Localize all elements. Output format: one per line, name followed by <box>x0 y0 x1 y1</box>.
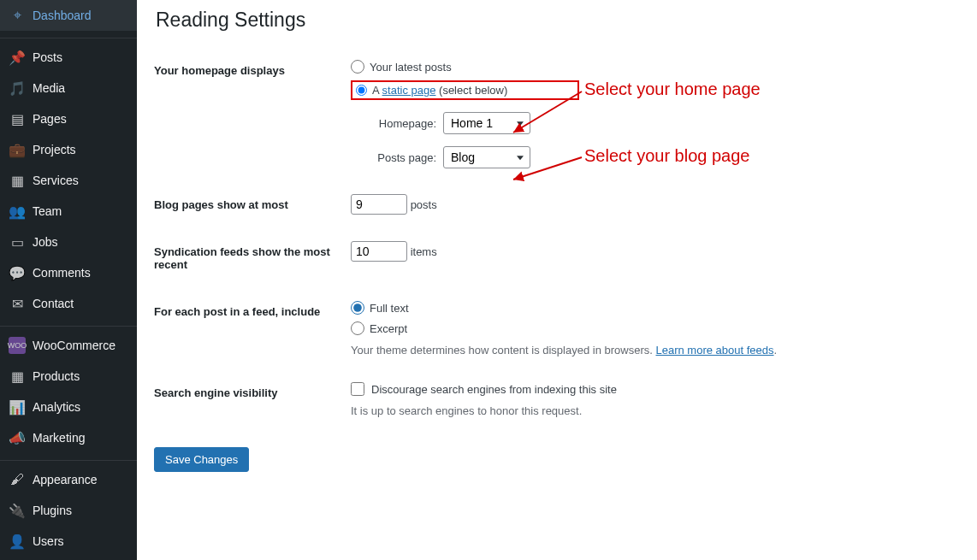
blog-pages-suffix: posts <box>411 198 437 211</box>
comments-icon: 💬 <box>9 264 26 281</box>
highlight-static-page: A static page (select below) <box>351 80 579 100</box>
media-icon: 🎵 <box>9 80 26 97</box>
briefcase-icon: 💼 <box>9 141 26 158</box>
sidebar-item-services[interactable]: ▦Services <box>0 165 137 196</box>
syndication-input[interactable] <box>351 241 407 262</box>
sidebar-item-products[interactable]: ▦Products <box>0 361 137 392</box>
sidebar-item-tools[interactable]: 🔧Tools <box>0 557 137 560</box>
page-title: Reading Settings <box>156 9 960 32</box>
sidebar-item-posts[interactable]: 📌Posts <box>0 42 137 73</box>
radio-static-page-label: A static page (select below) <box>372 84 507 97</box>
radio-static-page[interactable] <box>356 85 367 96</box>
static-page-link[interactable]: static page <box>382 84 436 97</box>
admin-sidebar: ⌖Dashboard 📌Posts 🎵Media ▤Pages 💼Project… <box>0 0 137 560</box>
sidebar-item-jobs[interactable]: ▭Jobs <box>0 227 137 257</box>
team-icon: 👥 <box>9 203 26 220</box>
sidebar-separator <box>0 457 137 461</box>
sidebar-item-marketing[interactable]: 📣Marketing <box>0 422 137 453</box>
sidebar-separator <box>0 322 137 327</box>
radio-excerpt[interactable] <box>351 321 364 335</box>
sidebar-item-comments[interactable]: 💬Comments <box>0 257 137 288</box>
radio-latest-posts-label: Your latest posts <box>370 61 452 74</box>
pin-icon: 📌 <box>9 49 26 66</box>
blog-pages-label: Blog pages show at most <box>154 181 342 228</box>
services-icon: ▦ <box>9 172 26 189</box>
option-full-text[interactable]: Full text <box>351 301 951 315</box>
sidebar-item-media[interactable]: 🎵Media <box>0 73 137 103</box>
search-visibility-label: Search engine visibility <box>154 369 342 430</box>
sidebar-item-contact[interactable]: ✉Contact <box>0 288 137 319</box>
contact-icon: ✉ <box>9 295 26 312</box>
sidebar-item-dashboard[interactable]: ⌖Dashboard <box>0 0 137 31</box>
dashboard-icon: ⌖ <box>9 7 26 24</box>
sidebar-item-analytics[interactable]: 📊Analytics <box>0 392 137 422</box>
radio-full-text-label: Full text <box>370 302 409 315</box>
sidebar-item-users[interactable]: 👤Users <box>0 526 137 557</box>
feed-include-label: For each post in a feed, include <box>154 288 342 369</box>
option-excerpt[interactable]: Excerpt <box>351 321 951 335</box>
analytics-icon: 📊 <box>9 398 26 416</box>
content-main: Reading Settings Your homepage displays … <box>137 0 977 560</box>
radio-full-text[interactable] <box>351 301 364 315</box>
sidebar-separator <box>0 34 137 38</box>
save-changes-button[interactable]: Save Changes <box>154 447 249 472</box>
blog-pages-input[interactable] <box>351 194 407 215</box>
homepage-select-label: Homepage: <box>366 117 436 130</box>
homepage-displays-label: Your homepage displays <box>154 47 342 181</box>
syndication-suffix: items <box>411 245 437 258</box>
homepage-select[interactable]: Home 1 <box>443 112 530 134</box>
learn-more-feeds-link[interactable]: Learn more about feeds <box>655 344 773 357</box>
plugins-icon: 🔌 <box>9 502 26 519</box>
radio-latest-posts[interactable] <box>351 60 364 74</box>
search-visibility-desc: It is up to search engines to honor this… <box>351 404 951 417</box>
feed-description: Your theme determines how content is dis… <box>351 344 951 357</box>
option-latest-posts[interactable]: Your latest posts <box>351 60 951 74</box>
annotation-blog: Select your blog page <box>584 146 749 166</box>
products-icon: ▦ <box>9 368 26 385</box>
discourage-checkbox[interactable] <box>351 382 364 396</box>
pages-icon: ▤ <box>9 110 26 127</box>
users-icon: 👤 <box>9 533 26 550</box>
postspage-select-label: Posts page: <box>366 151 436 164</box>
settings-form-table: Your homepage displays Your latest posts… <box>154 47 960 430</box>
annotation-home: Select your home page <box>584 80 761 99</box>
radio-excerpt-label: Excerpt <box>370 322 407 335</box>
postspage-select[interactable]: Blog <box>443 146 530 168</box>
discourage-checkbox-label: Discourage search engines from indexing … <box>371 383 617 396</box>
sidebar-item-projects[interactable]: 💼Projects <box>0 134 137 165</box>
marketing-icon: 📣 <box>9 429 26 446</box>
sidebar-item-pages[interactable]: ▤Pages <box>0 103 137 134</box>
syndication-label: Syndication feeds show the most recent <box>154 228 342 288</box>
woo-icon: WOO <box>9 337 26 354</box>
sidebar-item-plugins[interactable]: 🔌Plugins <box>0 495 137 526</box>
appearance-icon: 🖌 <box>9 471 26 488</box>
sidebar-item-woocommerce[interactable]: WOOWooCommerce <box>0 330 137 361</box>
jobs-icon: ▭ <box>9 233 26 251</box>
sidebar-item-team[interactable]: 👥Team <box>0 196 137 227</box>
sidebar-item-appearance[interactable]: 🖌Appearance <box>0 464 137 495</box>
